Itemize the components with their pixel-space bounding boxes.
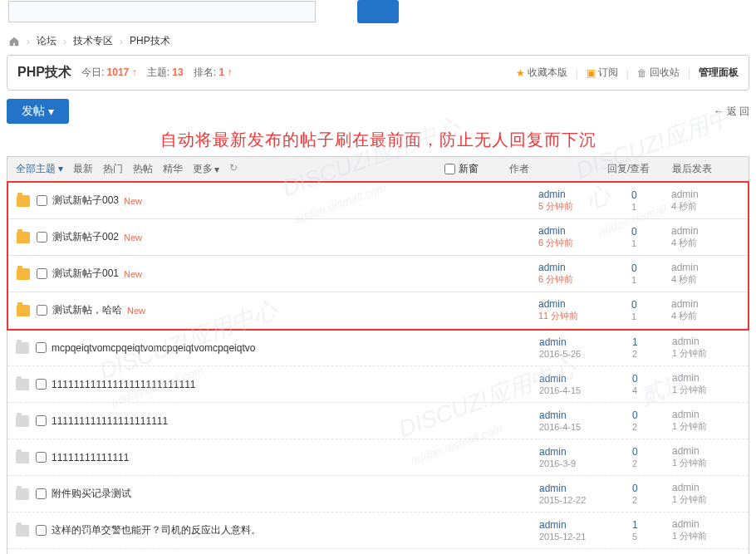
stat-topics: 主题: 13 xyxy=(147,66,184,80)
rss-link[interactable]: ▣订阅 xyxy=(587,66,618,80)
folder-icon xyxy=(16,452,29,463)
author-link[interactable]: admin xyxy=(539,373,632,385)
reply-count: 0 xyxy=(631,189,671,201)
thread-title-link[interactable]: 附件购买记录测试 xyxy=(52,487,131,501)
thread-title-link[interactable]: mcpqeiqtvomcpqeiqtvomcpqeiqtvomcpqeiqtvo xyxy=(52,342,255,354)
thread-list: 全部主题 ▾ 最新 热门 热帖 精华 更多 ▾ ↻ 新窗 作者 回复/查看 最后… xyxy=(7,156,749,554)
filter-more[interactable]: 更多 ▾ xyxy=(193,162,219,176)
last-date: 4 秒前 xyxy=(671,311,697,321)
view-count: 2 xyxy=(632,422,637,432)
reply-count: 0 xyxy=(632,373,672,385)
star-icon: ★ xyxy=(516,67,525,79)
post-date: 11 分钟前 xyxy=(538,311,578,321)
thread-checkbox[interactable] xyxy=(36,525,47,536)
thread-title-link[interactable]: 111111111111111111111 xyxy=(52,415,168,427)
new-tag: New xyxy=(124,196,142,206)
col-newwin[interactable]: 新窗 xyxy=(459,162,479,176)
author-link[interactable]: admin xyxy=(539,446,632,458)
thread-row: 测试新帖子002Newadmin6 分钟前01admin4 秒前 xyxy=(8,219,748,256)
post-date: 2016-4-15 xyxy=(539,422,581,432)
col-last: 最后发表 xyxy=(672,162,740,176)
refresh-icon[interactable]: ↻ xyxy=(229,162,238,176)
manage-link[interactable]: 管理面板 xyxy=(699,66,739,80)
breadcrumb-section[interactable]: 技术专区 xyxy=(73,34,113,48)
view-count: 4 xyxy=(632,385,637,395)
post-date: 2015-12-21 xyxy=(539,532,586,542)
trash-icon: 🗑 xyxy=(637,67,647,79)
post-date: 6 分钟前 xyxy=(538,238,573,248)
reply-count: 1 xyxy=(632,519,672,531)
thread-checkbox[interactable] xyxy=(36,342,47,353)
author-link[interactable]: admin xyxy=(538,262,631,273)
arrow-up-icon: ↑ xyxy=(132,66,137,78)
search-button[interactable] xyxy=(357,0,399,23)
view-count: 1 xyxy=(631,275,636,285)
view-count: 1 xyxy=(631,238,636,248)
filter-digest[interactable]: 精华 xyxy=(163,162,183,176)
thread-checkbox[interactable] xyxy=(37,195,47,206)
recycle-link[interactable]: 🗑回收站 xyxy=(637,66,680,80)
thread-checkbox[interactable] xyxy=(36,452,47,463)
view-count: 1 xyxy=(631,311,636,321)
thread-checkbox[interactable] xyxy=(37,268,47,279)
post-date: 6 分钟前 xyxy=(538,274,573,284)
search-input[interactable] xyxy=(8,1,316,22)
post-date: 2016-3-9 xyxy=(539,458,576,468)
back-link[interactable]: ← 返 回 xyxy=(714,105,749,119)
thread-checkbox[interactable] xyxy=(36,415,47,426)
breadcrumb: › 论坛 › 技术专区 › PHP技术 xyxy=(0,27,756,55)
reply-count: 0 xyxy=(632,446,672,458)
author-link[interactable]: admin xyxy=(538,225,631,237)
thread-checkbox[interactable] xyxy=(36,379,47,390)
thread-title-link[interactable]: 这样的罚单交警也能开？司机的反应出人意料。 xyxy=(52,523,261,537)
thread-checkbox[interactable] xyxy=(37,305,47,316)
col-author: 作者 xyxy=(509,162,592,176)
last-date: 4 秒前 xyxy=(671,274,697,284)
author-link[interactable]: admin xyxy=(539,519,632,531)
thread-title-link[interactable]: 测试新帖，哈哈 xyxy=(52,303,122,317)
author-link[interactable]: admin xyxy=(538,298,631,310)
home-icon[interactable] xyxy=(8,36,20,47)
filter-hot-post[interactable]: 热帖 xyxy=(133,162,153,176)
filter-all[interactable]: 全部主题 ▾ xyxy=(16,162,63,176)
last-user: admin xyxy=(671,189,739,200)
thread-title-link[interactable]: 11111111111111111111111111 xyxy=(52,379,196,390)
favorite-link[interactable]: ★收藏本版 xyxy=(516,66,567,80)
post-date: 2016-5-26 xyxy=(539,349,581,359)
last-user: admin xyxy=(671,225,739,237)
arrow-up-icon: ↑ xyxy=(227,66,232,78)
thread-checkbox[interactable] xyxy=(36,488,47,499)
folder-icon xyxy=(17,232,30,243)
thread-checkbox[interactable] xyxy=(37,232,47,243)
forum-title: PHP技术 xyxy=(17,64,71,81)
thread-title-link[interactable]: 测试新帖子003 xyxy=(52,194,119,208)
last-user: admin xyxy=(671,298,739,310)
author-link[interactable]: admin xyxy=(539,336,632,348)
last-date: 4 秒前 xyxy=(671,238,697,248)
author-link[interactable]: admin xyxy=(539,483,632,494)
last-user: admin xyxy=(672,445,740,457)
filter-hot-disc[interactable]: 热门 xyxy=(103,162,123,176)
newwin-checkbox[interactable] xyxy=(444,164,455,174)
author-link[interactable]: admin xyxy=(539,409,632,421)
last-date: 1 分钟前 xyxy=(672,421,707,431)
new-post-button[interactable]: 发帖▾ xyxy=(7,99,69,124)
thread-row: 111111111111111111111admin2016-4-1502adm… xyxy=(7,403,749,439)
thread-row: 测试新帖子001Newadmin6 分钟前01admin4 秒前 xyxy=(8,256,748,292)
last-date: 1 分钟前 xyxy=(672,385,707,395)
post-date: 2015-12-22 xyxy=(539,495,586,505)
thread-title-link[interactable]: 测试新帖子002 xyxy=(52,230,119,244)
filter-latest[interactable]: 最新 xyxy=(73,162,93,176)
thread-title-link[interactable]: 11111111111111 xyxy=(52,452,129,463)
author-link[interactable]: admin xyxy=(538,189,631,200)
post-date: 5 分钟前 xyxy=(538,201,573,211)
breadcrumb-forum[interactable]: 论坛 xyxy=(37,34,56,48)
last-user: admin xyxy=(672,372,740,384)
thread-title-link[interactable]: 测试新帖子001 xyxy=(52,267,119,281)
chevron-down-icon: ▾ xyxy=(48,105,54,118)
last-date: 1 分钟前 xyxy=(672,531,707,541)
reply-count: 0 xyxy=(632,483,672,494)
breadcrumb-board[interactable]: PHP技术 xyxy=(130,34,170,48)
chevron-right-icon: › xyxy=(27,36,30,47)
forum-header: PHP技术 今日: 1017 ↑ 主题: 13 排名: 1 ↑ ★收藏本版 | … xyxy=(7,55,749,91)
